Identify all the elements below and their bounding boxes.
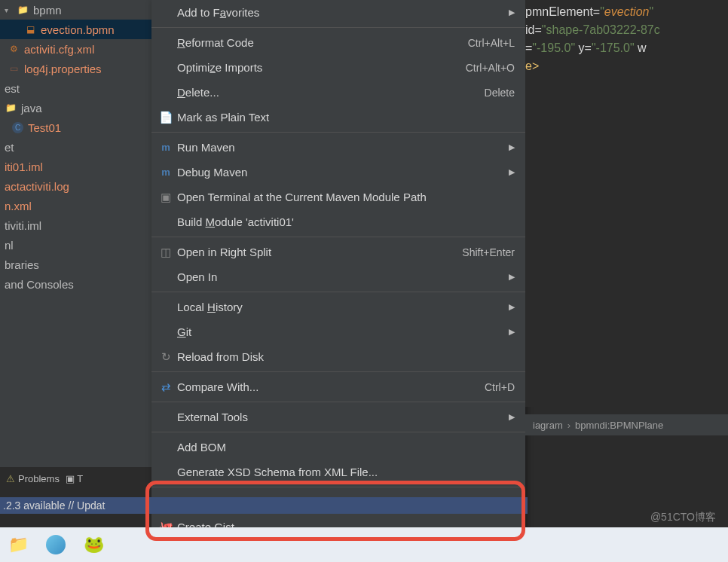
tree-row-activiti[interactable]: ⚙activiti.cfg.xml [0, 39, 151, 59]
menu-genxsd[interactable]: Generate XSD Schema from XML File... [151, 460, 525, 484]
submenu-arrow-icon: ▶ [506, 327, 515, 337]
menu-compare[interactable]: ⇄Compare With...Ctrl+D [151, 374, 525, 399]
tree-label: Test01 [28, 121, 61, 134]
menu-addbom[interactable]: Add BOM [151, 435, 525, 460]
tree-row-tiviti[interactable]: tiviti.iml [0, 215, 151, 235]
menu-separator [151, 132, 525, 133]
menu-label: Generate XSD Schema from XML File... [174, 466, 515, 478]
maven-debug-icon: m [158, 166, 174, 178]
shortcut: Ctrl+D [485, 381, 515, 393]
submenu-arrow-icon: ▶ [506, 167, 515, 177]
menu-label: External Tools [174, 411, 506, 423]
menu-label: Debug Maven [174, 166, 506, 179]
tree-label: evection.bpmn [41, 23, 115, 36]
menu-label: Run Maven [174, 141, 506, 154]
submenu-arrow-icon: ▶ [506, 412, 515, 422]
tree-row-log4j[interactable]: ▭log4j.properties [0, 59, 151, 78]
tree-label: est [5, 82, 20, 95]
code-editor[interactable]: pmnElement="evection" id="shape-7ab03222… [525, 0, 728, 407]
menu-label: Open in Right Split [174, 246, 462, 258]
menu-label: Mark as Plain Text [174, 111, 515, 124]
reload-icon: ↻ [158, 350, 174, 364]
tree-label: iti01.iml [5, 160, 43, 173]
tree-row-evection[interactable]: ⬓evection.bpmn [0, 20, 151, 39]
tree-label: braries [5, 258, 39, 271]
submenu-arrow-icon: ▶ [506, 272, 515, 282]
tree-row-consoles[interactable]: and Consoles [0, 274, 151, 294]
chevron-right-icon: › [567, 420, 570, 431]
menu-runmaven[interactable]: mRun Maven▶ [151, 135, 525, 160]
menu-separator [151, 402, 525, 402]
tree-row-actlog[interactable]: actactiviti.log [0, 176, 151, 196]
shortcut: Ctrl+Alt+O [466, 62, 515, 74]
split-icon: ◫ [158, 246, 174, 259]
menu-markplain[interactable]: 📄Mark as Plain Text [151, 105, 525, 130]
menu-add-favorites[interactable]: Add to Favorites▶ [151, 0, 525, 25]
tree-label: n.xml [5, 200, 32, 212]
tree-row-bpmn[interactable]: ▾📁bpmn [0, 0, 151, 20]
menu-label: Compare With... [174, 380, 485, 393]
menu-reformat[interactable]: Reformat CodeCtrl+Alt+L [151, 30, 525, 55]
menu-buildmod[interactable]: Build Module 'activiti01' [151, 209, 525, 234]
menu-external[interactable]: External Tools▶ [151, 405, 525, 429]
menu-openterm[interactable]: ▣Open Terminal at the Current Maven Modu… [151, 185, 525, 209]
tree-label: log4j.properties [24, 63, 102, 75]
project-tree: ▾📁bpmn ⬓evection.bpmn ⚙activiti.cfg.xml … [0, 0, 151, 467]
tree-row-nl[interactable]: nl [0, 235, 151, 255]
xml-file-icon: ⚙ [8, 43, 20, 55]
maven-run-icon: m [158, 142, 174, 153]
tree-row-test01[interactable]: CTest01 [0, 118, 151, 137]
menu-separator [151, 237, 525, 237]
menu-separator [151, 487, 525, 487]
menu-debugmaven[interactable]: mDebug Maven▶ [151, 160, 525, 185]
terminal-icon: ▣ [66, 473, 75, 484]
breadcrumb-item[interactable]: bpmndi:BPMNPlane [575, 420, 663, 431]
menu-git[interactable]: Git▶ [151, 319, 525, 344]
taskbar-explorer-icon[interactable]: 📁 [3, 530, 33, 560]
breadcrumb-item[interactable]: iagram [533, 420, 563, 431]
menu-label: Reload from Disk [174, 350, 515, 363]
tree-label: nl [5, 239, 14, 252]
shortcut: Shift+Enter [462, 246, 515, 258]
shortcut: Ctrl+Alt+L [468, 37, 515, 49]
menu-label: Open In [174, 270, 506, 283]
breadcrumb[interactable]: iagram › bpmndi:BPMNPlane [525, 414, 728, 435]
context-menu: Add to Favorites▶ Reformat CodeCtrl+Alt+… [151, 0, 525, 562]
text-file-icon: 📄 [158, 111, 174, 124]
menu-label: Open Terminal at the Current Maven Modul… [174, 191, 515, 203]
tree-row-iti01[interactable]: iti01.iml [0, 157, 151, 176]
status-bar[interactable]: .2.3 available // Updat [0, 497, 528, 514]
problems-tool[interactable]: ⚠Problems [6, 473, 60, 484]
tree-row-nxml[interactable]: n.xml [0, 196, 151, 215]
tree-label: and Consoles [5, 278, 74, 291]
tree-row-est[interactable]: est [0, 78, 151, 98]
taskbar: 📁 🐸 [0, 527, 728, 562]
terminal-tool[interactable]: ▣ T [66, 473, 83, 484]
bpmn-file-icon: ⬓ [24, 23, 36, 35]
watermark: @51CTO博客 [650, 511, 716, 524]
menu-delete[interactable]: Delete...Delete [151, 80, 525, 105]
tree-row-et[interactable]: et [0, 137, 151, 157]
submenu-arrow-icon: ▶ [506, 302, 515, 312]
menu-optimize[interactable]: Optimize ImportsCtrl+Alt+O [151, 55, 525, 80]
tree-row-braries[interactable]: braries [0, 255, 151, 274]
tree-label: activiti.cfg.xml [24, 43, 94, 56]
taskbar-browser-icon[interactable] [41, 530, 71, 560]
taskbar-app-icon[interactable]: 🐸 [78, 530, 109, 560]
menu-separator [151, 371, 525, 372]
tree-row-java[interactable]: 📁java [0, 98, 151, 118]
class-icon: C [12, 122, 23, 133]
compare-icon: ⇄ [158, 380, 174, 394]
menu-localhist[interactable]: Local History▶ [151, 295, 525, 319]
menu-openin[interactable]: Open In▶ [151, 264, 525, 289]
submenu-arrow-icon: ▶ [506, 8, 515, 17]
menu-reload[interactable]: ↻Reload from Disk [151, 344, 525, 369]
folder-icon: 📁 [5, 102, 17, 114]
menu-rightsplit[interactable]: ◫Open in Right SplitShift+Enter [151, 240, 525, 264]
tree-label: bpmn [33, 4, 62, 17]
menu-label: Add BOM [174, 441, 515, 454]
tree-label: actactiviti.log [5, 180, 69, 193]
chevron-down-icon: ▾ [5, 6, 12, 14]
tree-label: tiviti.iml [5, 219, 41, 232]
menu-separator [151, 27, 525, 28]
